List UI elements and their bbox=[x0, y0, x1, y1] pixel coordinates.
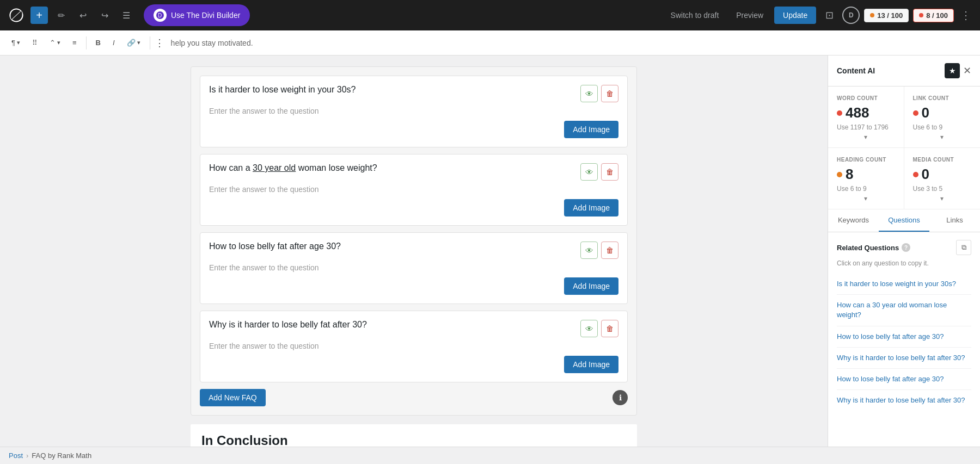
sidebar-title: Content AI bbox=[837, 66, 875, 75]
breadcrumb-current: FAQ by Rank Math bbox=[32, 451, 91, 460]
faq-eye-button[interactable]: 👁 bbox=[580, 320, 598, 337]
faq-eye-button[interactable]: 👁 bbox=[580, 242, 598, 259]
layout-view-button[interactable]: ⊡ bbox=[820, 7, 838, 24]
list-view-button[interactable]: ☰ bbox=[118, 7, 135, 24]
sidebar-star-button[interactable]: ★ bbox=[945, 63, 960, 78]
format-italic-button[interactable]: I bbox=[108, 36, 120, 50]
wordpress-logo bbox=[7, 5, 26, 25]
word-count-dot bbox=[837, 110, 842, 116]
media-count-label: MEDIA COUNT bbox=[913, 157, 972, 163]
link-count-label: LINK COUNT bbox=[913, 95, 972, 101]
seo-score-badge[interactable]: 13 / 100 bbox=[864, 9, 909, 22]
editor-area[interactable]: Is it harder to lose weight in your 30s?… bbox=[0, 55, 828, 447]
score1-dot bbox=[870, 13, 874, 17]
redo-button[interactable]: ↪ bbox=[96, 7, 113, 24]
faq-delete-button[interactable]: 🗑 bbox=[601, 242, 618, 259]
faq-eye-button[interactable]: 👁 bbox=[580, 163, 598, 181]
faq-answer[interactable]: Enter the answer to the question bbox=[209, 185, 618, 194]
faq-item: Why is it harder to lose belly fat after… bbox=[200, 311, 628, 382]
related-questions-subtitle: Click on any question to copy it. bbox=[837, 259, 971, 267]
breadcrumb-root[interactable]: Post bbox=[9, 451, 23, 460]
breadcrumb-separator: › bbox=[26, 451, 28, 460]
faq-eye-button[interactable]: 👁 bbox=[580, 85, 598, 102]
related-question-item[interactable]: How to lose belly fat after age 30? bbox=[837, 369, 971, 390]
preview-button[interactable]: Preview bbox=[730, 8, 770, 23]
add-new-faq-button[interactable]: Add New FAQ bbox=[200, 389, 266, 406]
faq-item: How can a 30 year old woman lose weight?… bbox=[200, 154, 628, 226]
more-options-button[interactable]: ⋮ bbox=[958, 7, 973, 24]
faq-answer[interactable]: Enter the answer to the question bbox=[209, 107, 618, 115]
trash-icon: 🗑 bbox=[606, 246, 614, 255]
sidebar-body[interactable]: Related Questions ? ⧉ Click on any quest… bbox=[828, 232, 980, 447]
faq-delete-button[interactable]: 🗑 bbox=[601, 85, 618, 102]
readability-score-badge[interactable]: 8 / 100 bbox=[913, 9, 954, 22]
trash-icon: 🗑 bbox=[606, 168, 614, 176]
heading-count-label: HEADING COUNT bbox=[837, 157, 895, 163]
undo-button[interactable]: ↩ bbox=[74, 7, 91, 24]
related-questions-copy-button[interactable]: ⧉ bbox=[956, 240, 971, 255]
sidebar-header: Content AI ★ ✕ bbox=[828, 55, 980, 86]
faq-delete-button[interactable]: 🗑 bbox=[601, 163, 618, 181]
divi-builder-button[interactable]: D Use The Divi Builder bbox=[144, 4, 250, 26]
related-question-item[interactable]: How to lose belly fat after age 30? bbox=[837, 326, 971, 348]
tab-links[interactable]: Links bbox=[929, 209, 980, 232]
word-count-value: 488 bbox=[837, 104, 895, 121]
faq-question: Why is it harder to lose belly fat after… bbox=[209, 320, 580, 330]
related-question-item[interactable]: How can a 30 year old woman lose weight? bbox=[837, 295, 971, 326]
copy-icon: ⧉ bbox=[961, 243, 966, 252]
add-block-button[interactable]: + bbox=[30, 7, 48, 24]
word-count-label: WORD COUNT bbox=[837, 95, 895, 101]
media-count-expand[interactable]: ▾ bbox=[913, 193, 972, 205]
add-image-button[interactable]: Add Image bbox=[564, 121, 618, 138]
related-question-item[interactable]: Is it harder to lose weight in your 30s? bbox=[837, 274, 971, 295]
faq-question-underline: 30 year old bbox=[253, 163, 296, 172]
add-image-button[interactable]: Add Image bbox=[564, 356, 618, 373]
faq-item-header: Is it harder to lose weight in your 30s?… bbox=[209, 85, 618, 102]
format-paragraph-button[interactable]: ¶ ▾ bbox=[7, 36, 25, 50]
faq-actions: 👁 🗑 bbox=[580, 163, 618, 181]
add-image-button[interactable]: Add Image bbox=[564, 277, 618, 295]
format-align-button[interactable]: ≡ bbox=[68, 36, 82, 50]
faq-actions: 👁 🗑 bbox=[580, 320, 618, 337]
link-count-expand[interactable]: ▾ bbox=[913, 131, 972, 143]
add-image-button[interactable]: Add Image bbox=[564, 199, 618, 216]
faq-item-header: Why is it harder to lose belly fat after… bbox=[209, 320, 618, 337]
related-questions-info-icon[interactable]: ? bbox=[902, 243, 910, 252]
faq-question: Is it harder to lose weight in your 30s? bbox=[209, 85, 580, 95]
format-expand-button[interactable]: ⌃ ▾ bbox=[45, 36, 65, 50]
word-count-expand[interactable]: ▾ bbox=[837, 131, 895, 143]
eye-icon: 👁 bbox=[585, 246, 593, 255]
related-question-item[interactable]: Why is it harder to lose belly fat after… bbox=[837, 348, 971, 369]
toolbar: + ✏ ↩ ↪ ☰ D Use The Divi Builder Switch … bbox=[0, 0, 980, 30]
format-drag-button[interactable]: ⠿ bbox=[27, 36, 42, 50]
tab-questions[interactable]: Questions bbox=[879, 209, 929, 232]
switch-to-draft-button[interactable]: Switch to draft bbox=[664, 8, 726, 23]
format-separator2 bbox=[150, 36, 150, 50]
link-count-dot bbox=[913, 110, 918, 116]
format-bar: ¶ ▾ ⠿ ⌃ ▾ ≡ B I 🔗 ▾ ⋮ help you stay moti… bbox=[0, 30, 980, 55]
faq-item-body: Enter the answer to the question Add Ima… bbox=[209, 263, 618, 295]
format-link-button[interactable]: 🔗 ▾ bbox=[122, 36, 145, 50]
faq-answer[interactable]: Enter the answer to the question bbox=[209, 263, 618, 272]
format-bold-button[interactable]: B bbox=[91, 36, 106, 50]
update-button[interactable]: Update bbox=[774, 7, 816, 24]
faq-item-header: How can a 30 year old woman lose weight?… bbox=[209, 163, 618, 181]
sidebar-close-button[interactable]: ✕ bbox=[963, 65, 971, 77]
heading-count-expand[interactable]: ▾ bbox=[837, 193, 895, 205]
edit-icon-button[interactable]: ✏ bbox=[52, 7, 70, 24]
editor-content: Is it harder to lose weight in your 30s?… bbox=[191, 66, 637, 447]
faq-delete-button[interactable]: 🗑 bbox=[601, 320, 618, 337]
related-question-item[interactable]: Why is it harder to lose belly fat after… bbox=[837, 390, 971, 411]
media-count-cell: MEDIA COUNT 0 Use 3 to 5 ▾ bbox=[904, 147, 981, 209]
eye-icon: 👁 bbox=[585, 168, 593, 177]
info-icon[interactable]: ℹ bbox=[612, 390, 628, 405]
in-conclusion-heading: In Conclusion bbox=[191, 424, 637, 447]
format-more-button[interactable]: ⋮ bbox=[155, 37, 164, 49]
faq-answer[interactable]: Enter the answer to the question bbox=[209, 342, 618, 350]
tab-keywords[interactable]: Keywords bbox=[828, 209, 879, 232]
faq-block-container: Is it harder to lose weight in your 30s?… bbox=[191, 66, 637, 416]
eye-icon: 👁 bbox=[585, 89, 593, 98]
divi-circle-icon[interactable]: D bbox=[842, 7, 860, 24]
sidebar-tabs: Keywords Questions Links bbox=[828, 209, 980, 232]
eye-icon: 👁 bbox=[585, 324, 593, 333]
